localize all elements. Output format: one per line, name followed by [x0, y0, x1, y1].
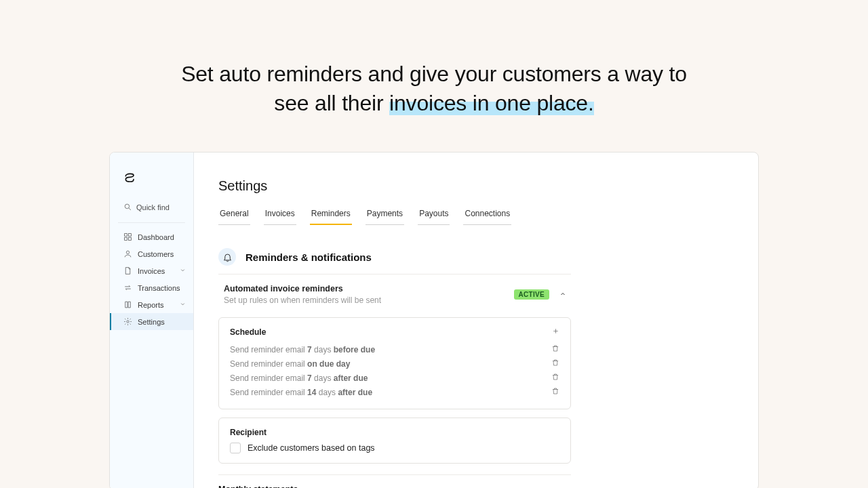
schedule-rule: Send reminder email 14 days after due — [230, 385, 559, 399]
bell-icon — [218, 248, 236, 266]
sidebar-item-label: Reports — [138, 301, 164, 309]
delete-rule-button[interactable] — [551, 359, 559, 369]
collapse-toggle[interactable] — [559, 289, 567, 301]
section-title: Reminders & notifications — [245, 251, 372, 263]
monthly-statements-title: Monthly statements — [218, 474, 571, 488]
app-window: Quick find Dashboard Customers Invoices … — [109, 152, 759, 488]
chevron-down-icon — [179, 266, 186, 275]
svg-line-1 — [129, 209, 131, 211]
delete-rule-button[interactable] — [551, 373, 559, 383]
tab-payouts[interactable]: Payouts — [418, 206, 450, 225]
sidebar: Quick find Dashboard Customers Invoices … — [110, 152, 194, 488]
sidebar-item-label: Transactions — [138, 284, 180, 292]
recipient-panel: Recipient Exclude customers based on tag… — [218, 418, 571, 464]
hero-heading: Set auto reminders and give your custome… — [0, 60, 868, 118]
exclude-checkbox[interactable] — [230, 443, 241, 453]
schedule-title: Schedule — [230, 327, 266, 337]
status-badge: ACTIVE — [514, 289, 549, 300]
add-rule-button[interactable] — [552, 327, 559, 337]
hero-line1: Set auto reminders and give your custome… — [181, 62, 687, 86]
auto-reminders-desc: Set up rules on when reminders will be s… — [224, 296, 514, 305]
file-icon — [123, 266, 132, 275]
svg-point-6 — [126, 251, 129, 254]
book-icon — [123, 300, 132, 309]
sidebar-item-label: Dashboard — [138, 233, 174, 241]
trash-icon — [551, 359, 559, 367]
schedule-panel: Schedule Send reminder email 7 days befo… — [218, 317, 571, 409]
svg-point-0 — [125, 205, 130, 209]
exclude-label: Exclude customers based on tags — [248, 443, 375, 453]
gear-icon — [123, 317, 132, 326]
delete-rule-button[interactable] — [551, 387, 559, 397]
tab-reminders[interactable]: Reminders — [310, 206, 352, 225]
tab-invoices[interactable]: Invoices — [264, 206, 296, 225]
plus-icon — [552, 327, 559, 335]
hero: Set auto reminders and give your custome… — [0, 0, 868, 152]
sidebar-item-dashboard[interactable]: Dashboard — [110, 228, 193, 245]
exclude-row: Exclude customers based on tags — [230, 443, 559, 453]
trash-icon — [551, 373, 559, 381]
schedule-rule: Send reminder email 7 days after due — [230, 371, 559, 385]
page-title: Settings — [218, 178, 727, 194]
sidebar-item-invoices[interactable]: Invoices — [110, 262, 193, 279]
svg-rect-5 — [129, 238, 132, 241]
trash-icon — [551, 344, 559, 352]
search-icon — [123, 203, 132, 211]
tabs: General Invoices Reminders Payments Payo… — [218, 206, 727, 225]
sidebar-item-label: Invoices — [138, 267, 165, 275]
hero-line2-pre: see all their — [274, 91, 389, 115]
svg-rect-4 — [125, 238, 127, 241]
svg-rect-3 — [129, 234, 132, 237]
grid-icon — [123, 232, 132, 241]
auto-reminders-title: Automated invoice reminders — [224, 284, 514, 293]
chevron-up-icon — [559, 290, 567, 298]
schedule-rule: Send reminder email on due day — [230, 357, 559, 371]
section-header: Reminders & notifications — [218, 248, 571, 274]
tab-payments[interactable]: Payments — [366, 206, 404, 225]
svg-point-7 — [127, 321, 129, 323]
sidebar-item-transactions[interactable]: Transactions — [110, 279, 193, 296]
main-content: Settings General Invoices Reminders Paym… — [194, 152, 758, 488]
svg-rect-2 — [125, 234, 127, 237]
chevron-down-icon — [179, 300, 186, 309]
trash-icon — [551, 387, 559, 395]
tab-general[interactable]: General — [218, 206, 250, 225]
logo-icon — [123, 171, 137, 185]
quick-find-label: Quick find — [136, 203, 170, 211]
sidebar-item-settings[interactable]: Settings — [110, 313, 193, 330]
quick-find[interactable]: Quick find — [110, 196, 193, 218]
schedule-rule: Send reminder email 7 days before due — [230, 342, 559, 357]
swap-icon — [123, 283, 132, 292]
tab-connections[interactable]: Connections — [463, 206, 511, 225]
sidebar-item-label: Settings — [138, 318, 165, 326]
hero-line2-highlight: invoices in one place. — [389, 91, 594, 115]
sidebar-item-label: Customers — [138, 250, 174, 258]
recipient-title: Recipient — [230, 428, 267, 437]
sidebar-item-reports[interactable]: Reports — [110, 296, 193, 313]
auto-reminders-row: Automated invoice reminders Set up rules… — [218, 274, 567, 312]
user-icon — [123, 249, 132, 258]
sidebar-item-customers[interactable]: Customers — [110, 245, 193, 262]
logo — [110, 163, 193, 196]
delete-rule-button[interactable] — [551, 344, 559, 354]
sidebar-separator — [118, 222, 185, 223]
